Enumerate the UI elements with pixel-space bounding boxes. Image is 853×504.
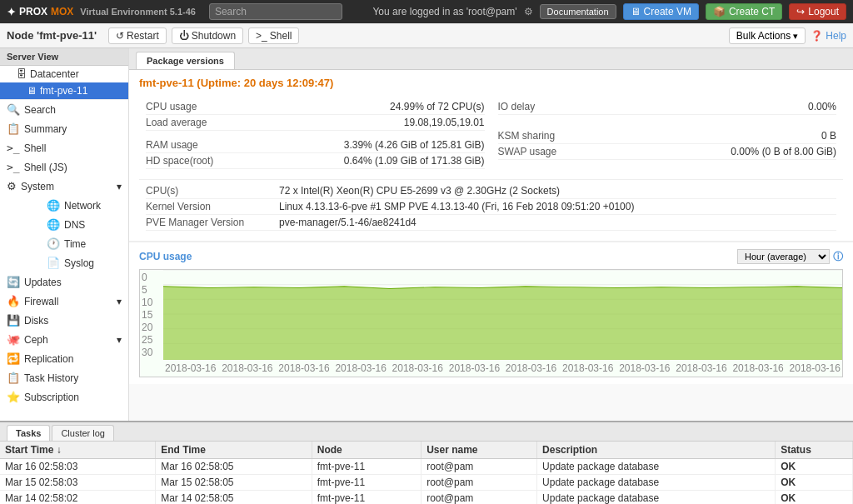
shell-icon: >_ bbox=[256, 30, 267, 42]
task-table: Start Time ↓ End Time Node User name Des… bbox=[0, 442, 853, 504]
updates-icon: 🔄 bbox=[7, 276, 20, 288]
col-user[interactable]: User name bbox=[422, 442, 537, 459]
col-end-time[interactable]: End Time bbox=[156, 442, 312, 459]
firewall-icon: 🔥 bbox=[7, 295, 20, 307]
stat-io: IO delay 0.00% bbox=[498, 99, 837, 115]
summary-icon: 📋 bbox=[7, 122, 20, 135]
logo-text: PROX bbox=[19, 6, 47, 17]
col-status[interactable]: Status bbox=[776, 442, 853, 459]
logout-button[interactable]: ↪Logout bbox=[789, 3, 846, 20]
content-tabbar: Package versions bbox=[129, 48, 853, 70]
bulk-actions-button[interactable]: Bulk Actions ▾ bbox=[729, 27, 806, 44]
stat-ksm: KSM sharing 0 B bbox=[498, 128, 837, 144]
cell-status: OK bbox=[776, 459, 853, 475]
search-icon: 🔍 bbox=[7, 103, 20, 116]
node-title: Node 'fmt-pve-11' bbox=[7, 29, 97, 42]
sidebar-item-system[interactable]: ⚙ System ▾ bbox=[0, 177, 128, 196]
sidebar-item-subscription[interactable]: ⭐ Subscription bbox=[0, 387, 128, 407]
sidebar-item-search[interactable]: 🔍 Search bbox=[0, 100, 128, 119]
firewall-expand-icon: ▾ bbox=[117, 296, 122, 307]
sidebar-item-disks[interactable]: 💾 Disks bbox=[0, 311, 128, 330]
cell-end: Mar 15 02:58:05 bbox=[156, 475, 312, 491]
time-icon: 🕐 bbox=[47, 237, 60, 250]
stat-load: Load average 19.08,19.05,19.01 bbox=[146, 115, 485, 131]
docs-button[interactable]: Documentation bbox=[540, 4, 616, 19]
help-button[interactable]: ❓ Help bbox=[811, 30, 846, 42]
spec-cpu: CPU(s) 72 x Intel(R) Xeon(R) CPU E5-2699… bbox=[146, 183, 836, 199]
system-expand-icon: ▾ bbox=[117, 181, 122, 192]
table-row: Mar 15 02:58:03 Mar 15 02:58:05 fmt-pve-… bbox=[0, 475, 853, 491]
bottom-tabbar: Tasks Cluster log bbox=[0, 422, 853, 442]
shutdown-icon: ⏻ bbox=[179, 30, 189, 42]
shell-js-icon: >_ bbox=[7, 161, 20, 173]
table-row: Mar 14 02:58:02 Mar 14 02:58:05 fmt-pve-… bbox=[0, 491, 853, 505]
stat-swap: SWAP usage 0.00% (0 B of 8.00 GiB) bbox=[498, 144, 837, 160]
col-start-time[interactable]: Start Time ↓ bbox=[0, 442, 156, 459]
sidebar-item-shell-js[interactable]: >_ Shell (JS) bbox=[0, 157, 128, 177]
tab-cluster-log[interactable]: Cluster log bbox=[52, 425, 114, 441]
cell-node: fmt-pve-11 bbox=[312, 475, 421, 491]
cell-desc: Update package database bbox=[537, 459, 776, 475]
server-view-label: Server View bbox=[0, 48, 128, 66]
cell-node: fmt-pve-11 bbox=[312, 491, 421, 505]
col-description[interactable]: Description bbox=[537, 442, 776, 459]
ceph-icon: 🐙 bbox=[7, 333, 20, 346]
syslog-icon: 📄 bbox=[47, 257, 60, 269]
nodebar: Node 'fmt-pve-11' ↺ Restart ⏻ Shutdown >… bbox=[0, 23, 853, 48]
sidebar-item-task-history[interactable]: 📋 Task History bbox=[0, 368, 128, 387]
sidebar-item-summary[interactable]: 📋 Summary bbox=[0, 119, 128, 138]
stat-cpu: CPU usage 24.99% of 72 CPU(s) bbox=[146, 99, 485, 115]
tab-tasks[interactable]: Tasks bbox=[7, 425, 50, 441]
main-layout: Server View 🗄 Datacenter 🖥 fmt-pve-11 🔍 … bbox=[0, 48, 853, 421]
ceph-expand-icon: ▾ bbox=[117, 334, 122, 346]
table-header-row: Start Time ↓ End Time Node User name Des… bbox=[0, 442, 853, 459]
shutdown-button[interactable]: ⏻ Shutdown bbox=[172, 27, 243, 44]
sidebar-item-updates[interactable]: 🔄 Updates bbox=[0, 272, 128, 292]
sidebar-item-network[interactable]: 🌐 Network bbox=[0, 196, 128, 215]
subscription-icon: ⭐ bbox=[7, 391, 20, 403]
chart-svg bbox=[163, 270, 842, 360]
sidebar-item-dns[interactable]: 🌐 DNS bbox=[0, 215, 128, 234]
sidebar: Server View 🗄 Datacenter 🖥 fmt-pve-11 🔍 … bbox=[0, 48, 129, 421]
chart-interval-dropdown[interactable]: Hour (average) Day (average) Week (avera… bbox=[737, 249, 830, 264]
app-logo: ✦ PROXMOX Virtual Environment 5.1-46 bbox=[7, 6, 196, 18]
sidebar-item-shell[interactable]: >_ Shell bbox=[0, 138, 128, 157]
restart-icon: ↺ bbox=[116, 30, 124, 42]
help-icon: ❓ bbox=[811, 30, 823, 42]
sidebar-section-nav: 🔍 Search 📋 Summary >_ Shell >_ Shell (JS… bbox=[0, 99, 128, 407]
cell-start: Mar 14 02:58:02 bbox=[0, 491, 156, 505]
create-ct-button[interactable]: 📦Create CT bbox=[706, 3, 782, 20]
sidebar-item-syslog[interactable]: 📄 Syslog bbox=[0, 253, 128, 272]
create-vm-button[interactable]: 🖥Create VM bbox=[623, 3, 699, 20]
col-node[interactable]: Node bbox=[312, 442, 421, 459]
tab-package-versions[interactable]: Package versions bbox=[136, 52, 235, 69]
sidebar-item-time[interactable]: 🕐 Time bbox=[0, 234, 128, 253]
shell-sidebar-icon: >_ bbox=[7, 142, 20, 154]
task-history-icon: 📋 bbox=[7, 372, 20, 384]
stats-right: IO delay 0.00% KSM sharing 0 B SWAP usag… bbox=[491, 96, 844, 172]
sidebar-item-node[interactable]: 🖥 fmt-pve-11 bbox=[0, 82, 128, 99]
sidebar-item-datacenter[interactable]: 🗄 Datacenter bbox=[0, 66, 128, 82]
sidebar-item-replication[interactable]: 🔁 Replication bbox=[0, 349, 128, 368]
chart-title: CPU usage Hour (average) Day (average) W… bbox=[139, 249, 843, 264]
spec-pve: PVE Manager Version pve-manager/5.1-46/a… bbox=[146, 215, 836, 231]
shell-button[interactable]: >_ Shell bbox=[248, 27, 299, 44]
cell-desc: Update package database bbox=[537, 475, 776, 491]
cell-user: root@pam bbox=[422, 475, 537, 491]
node-uptime-title: fmt-pve-11 (Uptime: 20 days 12:09:47) bbox=[139, 77, 843, 89]
cell-status: OK bbox=[776, 475, 853, 491]
cell-start: Mar 16 02:58:03 bbox=[0, 459, 156, 475]
global-search-input[interactable] bbox=[209, 3, 342, 20]
sidebar-item-ceph[interactable]: 🐙 Ceph ▾ bbox=[0, 330, 128, 349]
cell-node: fmt-pve-11 bbox=[312, 459, 421, 475]
datacenter-icon: 🗄 bbox=[17, 68, 27, 80]
cell-user: root@pam bbox=[422, 491, 537, 505]
sidebar-item-firewall[interactable]: 🔥 Firewall ▾ bbox=[0, 292, 128, 311]
svg-marker-7 bbox=[163, 287, 842, 360]
task-tbody: Mar 16 02:58:03 Mar 16 02:58:05 fmt-pve-… bbox=[0, 459, 853, 505]
stats-grid: CPU usage 24.99% of 72 CPU(s) Load avera… bbox=[139, 96, 843, 172]
node-icon: 🖥 bbox=[27, 85, 37, 97]
restart-button[interactable]: ↺ Restart bbox=[108, 27, 167, 44]
disks-icon: 💾 bbox=[7, 314, 20, 327]
task-table-wrap: Start Time ↓ End Time Node User name Des… bbox=[0, 442, 853, 504]
